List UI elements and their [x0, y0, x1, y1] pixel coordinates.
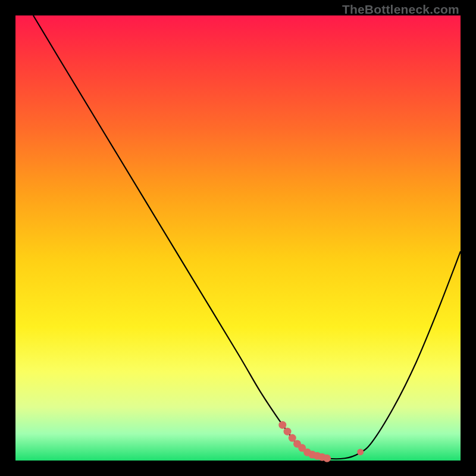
marker-dot [278, 421, 286, 429]
marker-dot-right [357, 449, 364, 455]
marker-dot [323, 455, 331, 462]
watermark-text: TheBottleneck.com [342, 2, 459, 17]
bottleneck-curve [15, 15, 461, 461]
marker-dot [284, 428, 292, 436]
